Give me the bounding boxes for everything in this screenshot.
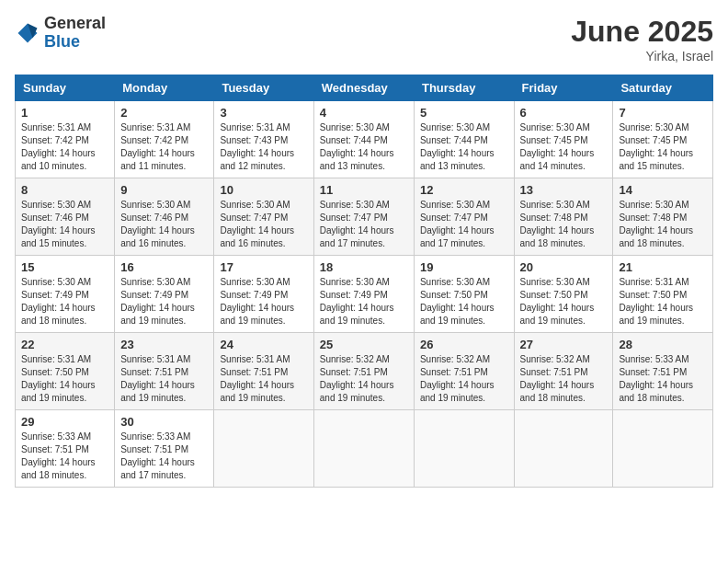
day-info: Sunrise: 5:33 AMSunset: 7:51 PMDaylight:… bbox=[21, 431, 108, 482]
day-number: 28 bbox=[619, 338, 707, 351]
calendar-week-row: 29Sunrise: 5:33 AMSunset: 7:51 PMDayligh… bbox=[16, 410, 713, 488]
calendar-cell: 11Sunrise: 5:30 AMSunset: 7:47 PMDayligh… bbox=[313, 178, 414, 256]
calendar-cell: 18Sunrise: 5:30 AMSunset: 7:49 PMDayligh… bbox=[313, 256, 414, 333]
day-info: Sunrise: 5:30 AMSunset: 7:49 PMDaylight:… bbox=[21, 276, 108, 327]
day-number: 14 bbox=[619, 183, 707, 197]
day-info: Sunrise: 5:31 AMSunset: 7:50 PMDaylight:… bbox=[21, 353, 108, 405]
day-info: Sunrise: 5:30 AMSunset: 7:47 PMDaylight:… bbox=[320, 199, 408, 250]
day-info: Sunrise: 5:30 AMSunset: 7:46 PMDaylight:… bbox=[21, 199, 108, 250]
day-info: Sunrise: 5:32 AMSunset: 7:51 PMDaylight:… bbox=[520, 353, 608, 405]
day-info: Sunrise: 5:30 AMSunset: 7:48 PMDaylight:… bbox=[619, 199, 707, 250]
calendar-cell: 4Sunrise: 5:30 AMSunset: 7:44 PMDaylight… bbox=[313, 101, 414, 178]
calendar-cell: 24Sunrise: 5:31 AMSunset: 7:51 PMDayligh… bbox=[214, 333, 313, 410]
calendar-cell: 29Sunrise: 5:33 AMSunset: 7:51 PMDayligh… bbox=[16, 410, 115, 488]
day-number: 23 bbox=[120, 338, 208, 351]
page-header: General Blue June 2025 Yirka, Israel bbox=[15, 15, 713, 63]
calendar-cell: 3Sunrise: 5:31 AMSunset: 7:43 PMDaylight… bbox=[214, 101, 313, 178]
location-subtitle: Yirka, Israel bbox=[571, 49, 713, 63]
calendar-cell: 2Sunrise: 5:31 AMSunset: 7:42 PMDaylight… bbox=[115, 101, 214, 178]
day-info: Sunrise: 5:30 AMSunset: 7:47 PMDaylight:… bbox=[420, 199, 508, 250]
day-number: 21 bbox=[619, 260, 707, 274]
day-number: 27 bbox=[520, 338, 608, 351]
day-info: Sunrise: 5:33 AMSunset: 7:51 PMDaylight:… bbox=[120, 431, 208, 482]
day-info: Sunrise: 5:30 AMSunset: 7:44 PMDaylight:… bbox=[420, 121, 508, 173]
day-number: 24 bbox=[220, 338, 307, 351]
day-number: 2 bbox=[120, 106, 208, 120]
logo-icon bbox=[15, 20, 40, 46]
calendar-cell: 5Sunrise: 5:30 AMSunset: 7:44 PMDaylight… bbox=[414, 101, 514, 178]
day-info: Sunrise: 5:30 AMSunset: 7:48 PMDaylight:… bbox=[520, 199, 608, 250]
calendar-cell: 10Sunrise: 5:30 AMSunset: 7:47 PMDayligh… bbox=[214, 178, 313, 256]
calendar-cell: 30Sunrise: 5:33 AMSunset: 7:51 PMDayligh… bbox=[115, 410, 214, 488]
day-number: 5 bbox=[420, 106, 508, 120]
calendar-cell: 9Sunrise: 5:30 AMSunset: 7:46 PMDaylight… bbox=[115, 178, 214, 256]
calendar-cell: 27Sunrise: 5:32 AMSunset: 7:51 PMDayligh… bbox=[514, 333, 613, 410]
day-number: 8 bbox=[21, 183, 108, 197]
day-number: 11 bbox=[320, 183, 408, 197]
day-info: Sunrise: 5:31 AMSunset: 7:42 PMDaylight:… bbox=[120, 121, 208, 173]
day-number: 22 bbox=[21, 338, 108, 351]
logo-blue-text: Blue bbox=[44, 33, 106, 52]
calendar-header-row: SundayMondayTuesdayWednesdayThursdayFrid… bbox=[16, 75, 713, 101]
day-number: 4 bbox=[320, 106, 408, 120]
calendar-cell: 6Sunrise: 5:30 AMSunset: 7:45 PMDaylight… bbox=[514, 101, 613, 178]
calendar-header-wednesday: Wednesday bbox=[313, 75, 414, 101]
calendar-cell: 15Sunrise: 5:30 AMSunset: 7:49 PMDayligh… bbox=[16, 256, 115, 333]
day-info: Sunrise: 5:31 AMSunset: 7:51 PMDaylight:… bbox=[120, 353, 208, 405]
calendar-cell: 26Sunrise: 5:32 AMSunset: 7:51 PMDayligh… bbox=[414, 333, 514, 410]
calendar-week-row: 22Sunrise: 5:31 AMSunset: 7:50 PMDayligh… bbox=[16, 333, 713, 410]
calendar-cell: 22Sunrise: 5:31 AMSunset: 7:50 PMDayligh… bbox=[16, 333, 115, 410]
day-info: Sunrise: 5:30 AMSunset: 7:47 PMDaylight:… bbox=[220, 199, 307, 250]
calendar-cell: 21Sunrise: 5:31 AMSunset: 7:50 PMDayligh… bbox=[613, 256, 713, 333]
calendar-week-row: 1Sunrise: 5:31 AMSunset: 7:42 PMDaylight… bbox=[16, 101, 713, 178]
day-number: 10 bbox=[220, 183, 307, 197]
day-number: 15 bbox=[21, 260, 108, 274]
day-number: 17 bbox=[220, 260, 307, 274]
day-info: Sunrise: 5:31 AMSunset: 7:50 PMDaylight:… bbox=[619, 276, 707, 327]
logo: General Blue bbox=[15, 15, 106, 52]
calendar-header-thursday: Thursday bbox=[414, 75, 514, 101]
day-number: 12 bbox=[420, 183, 508, 197]
calendar-cell: 16Sunrise: 5:30 AMSunset: 7:49 PMDayligh… bbox=[115, 256, 214, 333]
calendar-cell bbox=[214, 410, 313, 488]
calendar-cell: 25Sunrise: 5:32 AMSunset: 7:51 PMDayligh… bbox=[313, 333, 414, 410]
day-number: 19 bbox=[420, 260, 508, 274]
day-number: 29 bbox=[21, 415, 108, 429]
calendar-cell: 7Sunrise: 5:30 AMSunset: 7:45 PMDaylight… bbox=[613, 101, 713, 178]
calendar-cell bbox=[313, 410, 414, 488]
day-number: 30 bbox=[120, 415, 208, 429]
day-info: Sunrise: 5:31 AMSunset: 7:42 PMDaylight:… bbox=[21, 121, 108, 173]
calendar-cell: 23Sunrise: 5:31 AMSunset: 7:51 PMDayligh… bbox=[115, 333, 214, 410]
day-info: Sunrise: 5:31 AMSunset: 7:43 PMDaylight:… bbox=[220, 121, 307, 173]
day-info: Sunrise: 5:30 AMSunset: 7:46 PMDaylight:… bbox=[120, 199, 208, 250]
calendar-cell: 14Sunrise: 5:30 AMSunset: 7:48 PMDayligh… bbox=[613, 178, 713, 256]
calendar-week-row: 8Sunrise: 5:30 AMSunset: 7:46 PMDaylight… bbox=[16, 178, 713, 256]
calendar-cell: 17Sunrise: 5:30 AMSunset: 7:49 PMDayligh… bbox=[214, 256, 313, 333]
calendar-cell: 12Sunrise: 5:30 AMSunset: 7:47 PMDayligh… bbox=[414, 178, 514, 256]
calendar-header-friday: Friday bbox=[514, 75, 613, 101]
calendar-cell bbox=[613, 410, 713, 488]
day-number: 18 bbox=[320, 260, 408, 274]
day-info: Sunrise: 5:33 AMSunset: 7:51 PMDaylight:… bbox=[619, 353, 707, 405]
logo-text: General Blue bbox=[44, 15, 106, 52]
calendar-cell: 8Sunrise: 5:30 AMSunset: 7:46 PMDaylight… bbox=[16, 178, 115, 256]
calendar-cell: 1Sunrise: 5:31 AMSunset: 7:42 PMDaylight… bbox=[16, 101, 115, 178]
day-info: Sunrise: 5:30 AMSunset: 7:45 PMDaylight:… bbox=[520, 121, 608, 173]
calendar-header-tuesday: Tuesday bbox=[214, 75, 313, 101]
day-info: Sunrise: 5:31 AMSunset: 7:51 PMDaylight:… bbox=[220, 353, 307, 405]
day-info: Sunrise: 5:30 AMSunset: 7:49 PMDaylight:… bbox=[120, 276, 208, 327]
calendar-cell bbox=[514, 410, 613, 488]
calendar-header-sunday: Sunday bbox=[16, 75, 115, 101]
title-block: June 2025 Yirka, Israel bbox=[571, 15, 713, 63]
day-number: 20 bbox=[520, 260, 608, 274]
day-info: Sunrise: 5:30 AMSunset: 7:49 PMDaylight:… bbox=[320, 276, 408, 327]
calendar-cell bbox=[414, 410, 514, 488]
day-number: 6 bbox=[520, 106, 608, 120]
day-number: 1 bbox=[21, 106, 108, 120]
calendar-table: SundayMondayTuesdayWednesdayThursdayFrid… bbox=[15, 75, 713, 488]
day-number: 13 bbox=[520, 183, 608, 197]
day-info: Sunrise: 5:32 AMSunset: 7:51 PMDaylight:… bbox=[320, 353, 408, 405]
calendar-cell: 20Sunrise: 5:30 AMSunset: 7:50 PMDayligh… bbox=[514, 256, 613, 333]
day-number: 3 bbox=[220, 106, 307, 120]
day-info: Sunrise: 5:30 AMSunset: 7:50 PMDaylight:… bbox=[420, 276, 508, 327]
